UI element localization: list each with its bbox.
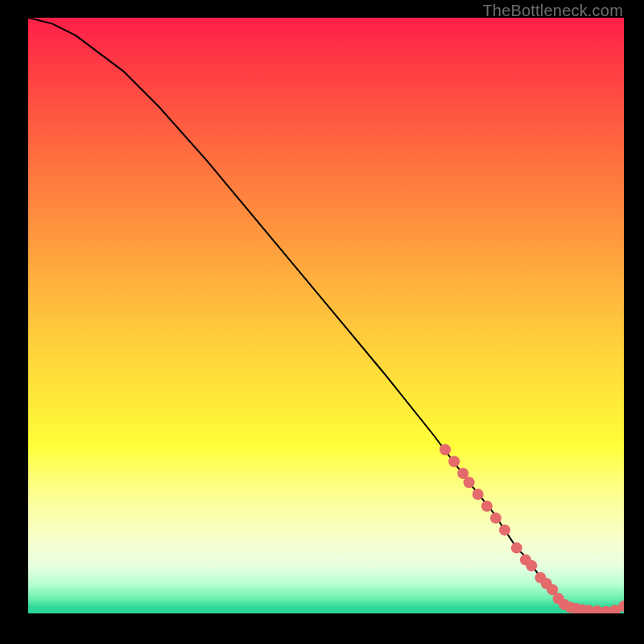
data-marker [511,543,522,554]
data-marker [464,477,475,488]
data-marker [526,560,537,572]
data-marker [499,524,510,535]
data-marker [481,501,493,512]
data-marker [473,489,484,500]
chart-stage: TheBottleneck.com [0,0,644,644]
marker-layer [440,444,624,614]
data-marker [490,513,502,524]
chart-overlay [28,18,624,613]
data-marker [448,456,460,467]
bottleneck-curve [28,18,624,613]
plot-area [28,18,624,613]
data-marker [440,444,451,456]
